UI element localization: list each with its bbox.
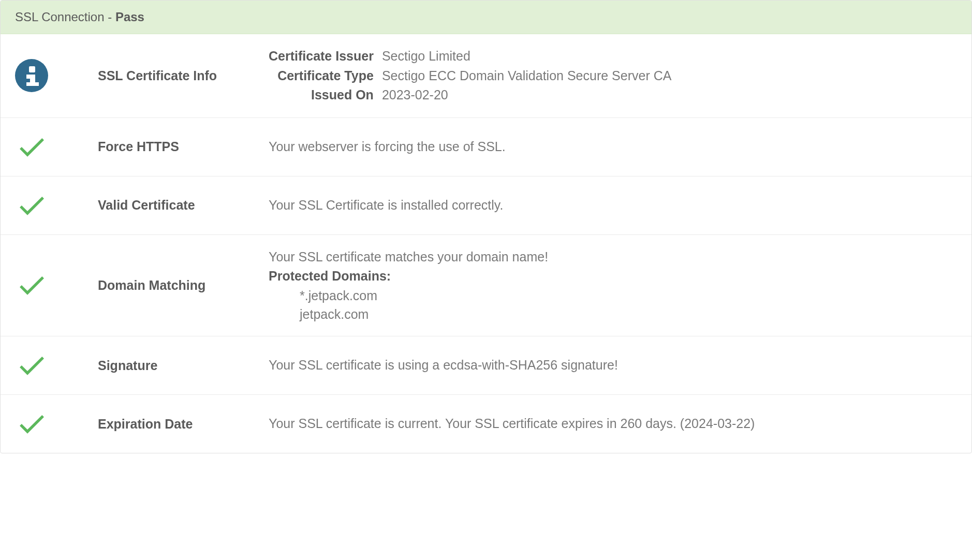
check-icon: [15, 130, 48, 164]
icon-col: [15, 59, 98, 92]
panel-header: SSL Connection - Pass: [1, 1, 971, 34]
row-valid-cert: Valid Certificate Your SSL Certificate i…: [1, 176, 971, 235]
protected-domains-label: Protected Domains:: [269, 267, 957, 286]
cert-info-label: SSL Certificate Info: [98, 68, 269, 83]
icon-col: [15, 269, 98, 302]
info-icon: [15, 59, 48, 92]
row-domain-matching: Domain Matching Your SSL certificate mat…: [1, 235, 971, 337]
header-title: SSL Connection -: [15, 10, 115, 24]
domain-matching-label: Domain Matching: [98, 278, 269, 293]
cert-issued-label: Issued On: [269, 85, 382, 105]
protected-domain-list: *.jetpack.com jetpack.com: [269, 286, 957, 324]
icon-col: [15, 349, 98, 382]
icon-col: [15, 189, 98, 222]
cert-issuer-value: Sectigo Limited: [382, 47, 672, 66]
row-expiration: Expiration Date Your SSL certificate is …: [1, 395, 971, 453]
check-icon: [15, 269, 48, 302]
signature-text: Your SSL certificate is using a ecdsa-wi…: [269, 356, 957, 375]
ssl-connection-panel: SSL Connection - Pass SSL Certificate In…: [0, 0, 972, 453]
row-cert-info: SSL Certificate Info Certificate Issuer …: [1, 34, 971, 118]
check-icon: [15, 407, 48, 440]
force-https-text: Your webserver is forcing the use of SSL…: [269, 137, 957, 157]
expiration-text: Your SSL certificate is current. Your SS…: [269, 414, 957, 434]
header-status: Pass: [115, 10, 144, 24]
icon-col: [15, 130, 98, 164]
expiration-label: Expiration Date: [98, 417, 269, 432]
cert-issued-value: 2023-02-20: [382, 85, 672, 105]
protected-domain-1: *.jetpack.com: [300, 286, 957, 305]
svg-rect-4: [26, 82, 39, 86]
force-https-label: Force HTTPS: [98, 139, 269, 154]
valid-cert-text: Your SSL Certificate is installed correc…: [269, 196, 957, 215]
cert-issuer-label: Certificate Issuer: [269, 47, 382, 66]
cert-type-label: Certificate Type: [269, 66, 382, 86]
row-force-https: Force HTTPS Your webserver is forcing th…: [1, 118, 971, 176]
icon-col: [15, 407, 98, 440]
signature-label: Signature: [98, 358, 269, 373]
svg-rect-1: [29, 66, 35, 72]
protected-domain-2: jetpack.com: [300, 305, 957, 323]
valid-cert-label: Valid Certificate: [98, 198, 269, 213]
row-signature: Signature Your SSL certificate is using …: [1, 336, 971, 395]
cert-info-content: Certificate Issuer Sectigo Limited Certi…: [269, 47, 957, 105]
check-icon: [15, 349, 48, 382]
cert-type-value: Sectigo ECC Domain Validation Secure Ser…: [382, 66, 672, 86]
domain-matching-content: Your SSL certificate matches your domain…: [269, 247, 957, 324]
domain-match-text: Your SSL certificate matches your domain…: [269, 247, 957, 267]
check-icon: [15, 189, 48, 222]
